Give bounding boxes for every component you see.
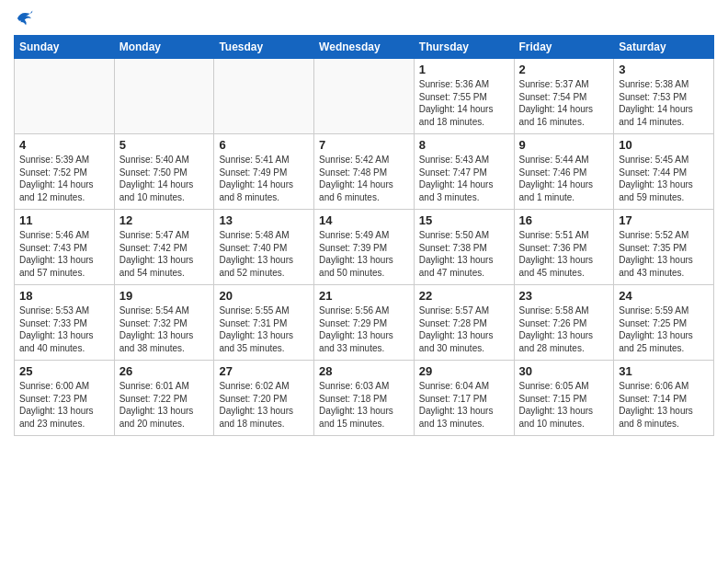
day-number: 9 xyxy=(519,138,609,152)
calendar-cell: 17Sunrise: 5:52 AMSunset: 7:35 PMDayligh… xyxy=(614,210,714,285)
calendar-cell: 11Sunrise: 5:46 AMSunset: 7:43 PMDayligh… xyxy=(15,210,115,285)
day-number: 3 xyxy=(619,63,709,76)
calendar-cell: 30Sunrise: 6:05 AMSunset: 7:15 PMDayligh… xyxy=(514,361,614,436)
day-info: Sunrise: 5:58 AMSunset: 7:26 PMDaylight:… xyxy=(519,304,609,354)
calendar-cell: 15Sunrise: 5:50 AMSunset: 7:38 PMDayligh… xyxy=(414,210,514,285)
day-number: 26 xyxy=(119,364,210,378)
day-number: 20 xyxy=(219,289,309,303)
logo xyxy=(14,9,38,28)
day-info: Sunrise: 5:56 AMSunset: 7:29 PMDaylight:… xyxy=(319,304,409,354)
day-number: 14 xyxy=(319,213,409,227)
day-info: Sunrise: 6:01 AMSunset: 7:22 PMDaylight:… xyxy=(119,380,210,430)
day-info: Sunrise: 5:49 AMSunset: 7:39 PMDaylight:… xyxy=(319,229,409,279)
calendar-cell: 18Sunrise: 5:53 AMSunset: 7:33 PMDayligh… xyxy=(15,285,115,361)
day-number: 5 xyxy=(119,138,210,152)
calendar-dow-sunday: Sunday xyxy=(15,36,115,59)
calendar-cell: 9Sunrise: 5:44 AMSunset: 7:46 PMDaylight… xyxy=(514,134,614,210)
day-info: Sunrise: 5:55 AMSunset: 7:31 PMDaylight:… xyxy=(219,304,309,354)
calendar-cell: 24Sunrise: 5:59 AMSunset: 7:25 PMDayligh… xyxy=(614,285,714,361)
day-number: 18 xyxy=(19,289,109,303)
day-info: Sunrise: 5:40 AMSunset: 7:50 PMDaylight:… xyxy=(119,154,210,203)
day-number: 31 xyxy=(619,364,709,378)
calendar-week-row: 11Sunrise: 5:46 AMSunset: 7:43 PMDayligh… xyxy=(15,210,714,285)
day-number: 21 xyxy=(319,289,409,303)
calendar-cell: 31Sunrise: 6:06 AMSunset: 7:14 PMDayligh… xyxy=(614,361,714,436)
calendar-cell xyxy=(15,59,115,134)
day-number: 24 xyxy=(619,289,709,303)
calendar-cell xyxy=(214,59,314,134)
day-number: 2 xyxy=(519,63,609,76)
page-container: SundayMondayTuesdayWednesdayThursdayFrid… xyxy=(0,0,728,441)
day-info: Sunrise: 5:50 AMSunset: 7:38 PMDaylight:… xyxy=(419,229,509,279)
calendar-week-row: 18Sunrise: 5:53 AMSunset: 7:33 PMDayligh… xyxy=(15,285,714,361)
day-number: 27 xyxy=(219,364,309,378)
calendar-week-row: 1Sunrise: 5:36 AMSunset: 7:55 PMDaylight… xyxy=(15,59,714,134)
calendar-cell: 3Sunrise: 5:38 AMSunset: 7:53 PMDaylight… xyxy=(614,59,714,134)
day-info: Sunrise: 5:52 AMSunset: 7:35 PMDaylight:… xyxy=(619,229,709,279)
calendar-cell: 10Sunrise: 5:45 AMSunset: 7:44 PMDayligh… xyxy=(614,134,714,210)
calendar-cell: 2Sunrise: 5:37 AMSunset: 7:54 PMDaylight… xyxy=(514,59,614,134)
day-info: Sunrise: 6:05 AMSunset: 7:15 PMDaylight:… xyxy=(519,380,609,430)
calendar-dow-thursday: Thursday xyxy=(414,36,514,59)
day-number: 30 xyxy=(519,364,609,378)
day-info: Sunrise: 6:03 AMSunset: 7:18 PMDaylight:… xyxy=(319,380,409,430)
calendar-cell: 28Sunrise: 6:03 AMSunset: 7:18 PMDayligh… xyxy=(314,361,415,436)
calendar-cell: 29Sunrise: 6:04 AMSunset: 7:17 PMDayligh… xyxy=(414,361,514,436)
day-info: Sunrise: 5:48 AMSunset: 7:40 PMDaylight:… xyxy=(219,229,309,279)
day-number: 29 xyxy=(419,364,509,378)
calendar-dow-saturday: Saturday xyxy=(614,36,714,59)
calendar-cell: 25Sunrise: 6:00 AMSunset: 7:23 PMDayligh… xyxy=(15,361,115,436)
day-info: Sunrise: 5:53 AMSunset: 7:33 PMDaylight:… xyxy=(19,304,109,354)
day-info: Sunrise: 5:57 AMSunset: 7:28 PMDaylight:… xyxy=(419,304,509,354)
day-info: Sunrise: 5:36 AMSunset: 7:55 PMDaylight:… xyxy=(419,78,509,128)
calendar-cell: 13Sunrise: 5:48 AMSunset: 7:40 PMDayligh… xyxy=(214,210,314,285)
calendar-dow-monday: Monday xyxy=(114,36,214,59)
day-number: 4 xyxy=(19,138,109,152)
day-number: 11 xyxy=(19,213,109,227)
day-info: Sunrise: 5:43 AMSunset: 7:47 PMDaylight:… xyxy=(419,154,509,203)
calendar-week-row: 25Sunrise: 6:00 AMSunset: 7:23 PMDayligh… xyxy=(15,361,714,436)
day-number: 12 xyxy=(119,213,210,227)
calendar-dow-friday: Friday xyxy=(514,36,614,59)
calendar-cell xyxy=(114,59,214,134)
day-number: 28 xyxy=(319,364,409,378)
day-info: Sunrise: 6:06 AMSunset: 7:14 PMDaylight:… xyxy=(619,380,709,430)
calendar-cell: 26Sunrise: 6:01 AMSunset: 7:22 PMDayligh… xyxy=(114,361,214,436)
calendar-cell: 8Sunrise: 5:43 AMSunset: 7:47 PMDaylight… xyxy=(414,134,514,210)
day-number: 10 xyxy=(619,138,709,152)
day-info: Sunrise: 5:39 AMSunset: 7:52 PMDaylight:… xyxy=(19,154,109,203)
calendar-cell: 16Sunrise: 5:51 AMSunset: 7:36 PMDayligh… xyxy=(514,210,614,285)
calendar-cell: 21Sunrise: 5:56 AMSunset: 7:29 PMDayligh… xyxy=(314,285,415,361)
day-info: Sunrise: 5:54 AMSunset: 7:32 PMDaylight:… xyxy=(119,304,210,354)
day-info: Sunrise: 6:02 AMSunset: 7:20 PMDaylight:… xyxy=(219,380,309,430)
day-info: Sunrise: 5:37 AMSunset: 7:54 PMDaylight:… xyxy=(519,78,609,128)
calendar-cell xyxy=(314,59,415,134)
day-number: 1 xyxy=(419,63,509,76)
day-info: Sunrise: 5:42 AMSunset: 7:48 PMDaylight:… xyxy=(319,154,409,203)
logo-bird-icon xyxy=(14,9,34,28)
calendar-cell: 23Sunrise: 5:58 AMSunset: 7:26 PMDayligh… xyxy=(514,285,614,361)
calendar-cell: 14Sunrise: 5:49 AMSunset: 7:39 PMDayligh… xyxy=(314,210,415,285)
day-number: 25 xyxy=(19,364,109,378)
day-info: Sunrise: 5:38 AMSunset: 7:53 PMDaylight:… xyxy=(619,78,709,128)
calendar-header-row: SundayMondayTuesdayWednesdayThursdayFrid… xyxy=(15,36,714,59)
day-number: 15 xyxy=(419,213,509,227)
day-info: Sunrise: 5:45 AMSunset: 7:44 PMDaylight:… xyxy=(619,154,709,203)
day-number: 19 xyxy=(119,289,210,303)
day-info: Sunrise: 5:47 AMSunset: 7:42 PMDaylight:… xyxy=(119,229,210,279)
calendar-cell: 27Sunrise: 6:02 AMSunset: 7:20 PMDayligh… xyxy=(214,361,314,436)
calendar-week-row: 4Sunrise: 5:39 AMSunset: 7:52 PMDaylight… xyxy=(15,134,714,210)
calendar-cell: 1Sunrise: 5:36 AMSunset: 7:55 PMDaylight… xyxy=(414,59,514,134)
day-number: 16 xyxy=(519,213,609,227)
day-info: Sunrise: 6:04 AMSunset: 7:17 PMDaylight:… xyxy=(419,380,509,430)
day-info: Sunrise: 5:51 AMSunset: 7:36 PMDaylight:… xyxy=(519,229,609,279)
calendar-dow-tuesday: Tuesday xyxy=(214,36,314,59)
calendar-cell: 20Sunrise: 5:55 AMSunset: 7:31 PMDayligh… xyxy=(214,285,314,361)
day-number: 13 xyxy=(219,213,309,227)
day-number: 22 xyxy=(419,289,509,303)
calendar-cell: 5Sunrise: 5:40 AMSunset: 7:50 PMDaylight… xyxy=(114,134,214,210)
calendar-cell: 7Sunrise: 5:42 AMSunset: 7:48 PMDaylight… xyxy=(314,134,415,210)
header xyxy=(14,9,714,28)
day-number: 7 xyxy=(319,138,409,152)
calendar-cell: 4Sunrise: 5:39 AMSunset: 7:52 PMDaylight… xyxy=(15,134,115,210)
